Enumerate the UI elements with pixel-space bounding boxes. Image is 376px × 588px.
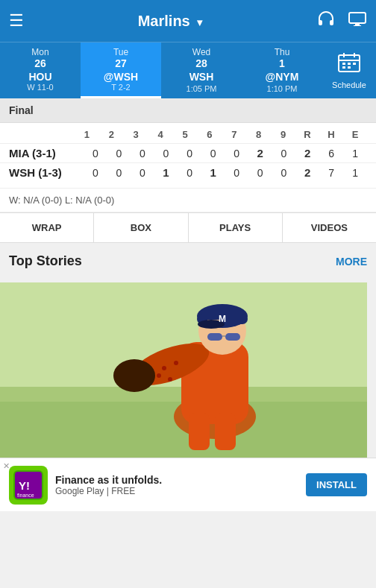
wsh-inn7: 0 (225, 167, 248, 179)
calendar-icon (337, 51, 361, 79)
svg-rect-24 (207, 333, 222, 341)
day-item-thu[interactable]: Thu 1 @NYM 1:10 PM (242, 42, 322, 98)
svg-rect-32 (189, 413, 210, 450)
headphone-icon[interactable] (316, 10, 336, 31)
wsh-r: 2 (295, 166, 319, 179)
svg-point-18 (113, 359, 155, 392)
wsh-inn6: 1 (201, 166, 225, 179)
mia-inn2: 0 (107, 148, 131, 159)
svg-rect-11 (348, 66, 351, 69)
ad-headline: Finance as it unfolds. (55, 474, 300, 486)
svg-point-31 (168, 377, 172, 382)
wl-bar: W: N/A (0-0) L: N/A (0-0) (0, 188, 376, 212)
inning-5: 5 (173, 129, 198, 140)
day-record-mon: W 11-0 (27, 83, 53, 92)
day-name-thu: Thu (275, 47, 290, 57)
inning-9: 9 (271, 129, 295, 140)
wsh-inn2: 0 (107, 167, 131, 179)
wl-text: W: N/A (0-0) L: N/A (0-0) (9, 195, 114, 206)
day-team-wed: WSH (189, 71, 214, 83)
tab-plays[interactable]: PLAYS (189, 213, 283, 242)
mia-r: 2 (295, 147, 319, 159)
ad-subtext: Google Play | FREE (55, 486, 300, 496)
header-h: H (319, 129, 343, 140)
inning-7: 7 (222, 129, 246, 140)
inning-1: 1 (75, 129, 99, 140)
tab-videos[interactable]: VIDEOS (283, 213, 376, 242)
mia-inn3: 0 (131, 148, 154, 159)
stories-title: Top Stories (9, 253, 82, 269)
wsh-inn8: 0 (248, 167, 272, 179)
tab-box[interactable]: BOX (94, 213, 188, 242)
day-time-wed: 1:05 PM (187, 84, 217, 93)
svg-rect-9 (353, 63, 356, 65)
mia-inn6: 0 (201, 148, 225, 159)
day-name-tue: Tue (113, 47, 128, 57)
team-name-wsh: WSH (1-3) (9, 166, 84, 179)
screen-icon[interactable] (348, 10, 367, 31)
inning-2: 2 (99, 129, 124, 140)
stories-header: Top Stories MORE (9, 253, 367, 269)
wsh-inn3: 0 (131, 167, 154, 179)
inning-4: 4 (148, 129, 173, 140)
scoreboard: 1 2 3 4 5 6 7 8 9 R H E MIA (3-1) 0 0 0 … (0, 123, 376, 188)
ad-install-button[interactable]: INSTALL (306, 473, 367, 496)
day-num-thu: 1 (279, 57, 285, 69)
wsh-inn5: 0 (178, 167, 201, 179)
day-item-mon[interactable]: Mon 26 HOU W 11-0 (0, 42, 81, 98)
day-item-tue[interactable]: Tue 27 @WSH T 2-2 (81, 42, 161, 98)
mia-e: 1 (343, 148, 367, 159)
menu-icon[interactable]: ☰ (9, 11, 24, 31)
day-num-mon: 26 (34, 57, 46, 69)
mia-inn5: 0 (178, 148, 201, 159)
ad-banner: ✕ Y! finance Finance as it unfolds. Goog… (0, 458, 376, 511)
svg-point-30 (157, 373, 161, 378)
header: ☰ Marlins ▾ (0, 0, 376, 42)
day-name-wed: Wed (192, 47, 210, 57)
svg-rect-1 (355, 24, 360, 25)
team-name-mia: MIA (3-1) (9, 147, 84, 159)
ad-text: Finance as it unfolds. Google Play | FRE… (55, 474, 300, 496)
svg-point-28 (162, 366, 166, 370)
wsh-inn9: 0 (272, 167, 296, 179)
header-r: R (295, 129, 319, 140)
svg-text:finance: finance (17, 493, 34, 498)
inning-6: 6 (197, 129, 222, 140)
svg-rect-2 (354, 25, 361, 26)
header-title: Marlins ▾ (24, 13, 316, 30)
day-record-tue: T 2-2 (111, 83, 130, 92)
schedule-label: Schedule (332, 80, 366, 89)
ad-close-icon[interactable]: ✕ (3, 461, 10, 471)
mia-inn1: 0 (84, 148, 107, 159)
day-team-tue: @WSH (104, 71, 138, 83)
wsh-e: 1 (343, 167, 367, 179)
day-team-thu: @NYM (266, 71, 299, 83)
day-time-thu: 1:10 PM (267, 84, 298, 93)
svg-rect-33 (215, 413, 236, 450)
app-title-text: Marlins (138, 13, 190, 29)
stories-more-button[interactable]: MORE (336, 256, 367, 268)
team-row-mia: MIA (3-1) 0 0 0 0 0 0 0 2 0 2 6 1 (0, 143, 376, 162)
wsh-inn1: 0 (84, 167, 107, 179)
wsh-h: 7 (319, 167, 343, 179)
header-e: E (343, 129, 367, 140)
day-name-mon: Mon (31, 47, 48, 57)
score-header: 1 2 3 4 5 6 7 8 9 R H E (0, 129, 376, 143)
top-stories-section: Top Stories MORE (0, 243, 376, 282)
schedule-button[interactable]: Schedule (322, 42, 376, 98)
day-item-wed[interactable]: Wed 28 WSH 1:05 PM (161, 42, 242, 98)
mia-inn7: 0 (225, 148, 248, 159)
svg-text:Y!: Y! (19, 479, 30, 492)
inning-3: 3 (124, 129, 148, 140)
team-row-wsh: WSH (1-3) 0 0 0 1 0 1 0 0 0 2 7 1 (0, 162, 376, 182)
svg-rect-7 (342, 63, 345, 65)
dropdown-icon[interactable]: ▾ (197, 16, 202, 28)
svg-rect-10 (342, 66, 345, 69)
tab-wrap[interactable]: WRAP (0, 213, 94, 242)
action-tabs: WRAP BOX PLAYS VIDEOS (0, 212, 376, 243)
game-status: Final (9, 104, 34, 116)
inning-8: 8 (246, 129, 271, 140)
day-num-tue: 27 (115, 57, 127, 69)
mia-inn4: 0 (154, 148, 178, 159)
story-image[interactable]: M (0, 282, 367, 458)
